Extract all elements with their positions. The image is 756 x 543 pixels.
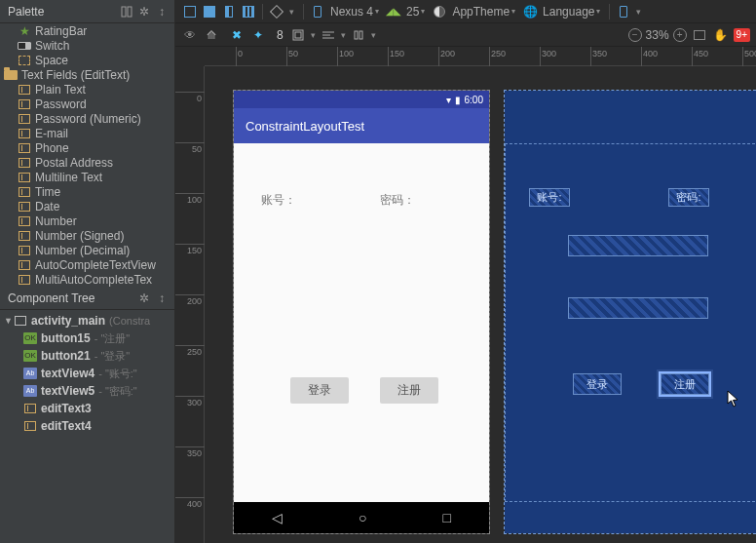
app-title: ConstraintLayoutTest <box>246 119 364 134</box>
edittext-icon <box>18 186 31 198</box>
margin-icon[interactable] <box>289 26 307 44</box>
ruler-horizontal: 050100150200250300350400450500 <box>205 47 756 66</box>
palette-item-autocomplete[interactable]: AutoCompleteTextView <box>0 257 174 272</box>
svg-rect-1 <box>128 7 132 17</box>
edittext-icon <box>23 403 37 414</box>
design-surface-icon[interactable] <box>181 3 199 20</box>
tree-node-button15[interactable]: OKbutton15- "注册" <box>0 330 174 347</box>
bp-login-button[interactable]: 登录 <box>573 373 622 395</box>
palette-body: ★RatingBarSwitchSpaceText Fields (EditTe… <box>0 23 174 287</box>
folder-icon <box>4 69 18 81</box>
tree-node-button21[interactable]: OKbutton21- "登录" <box>0 347 174 365</box>
tree-node-editText3[interactable]: editText3 <box>0 400 174 417</box>
palette-item-label: Number (Signed) <box>35 229 124 243</box>
switch-icon <box>18 40 31 52</box>
ruler-vertical: 050100150200250300350400 <box>175 66 205 543</box>
edittext-icon <box>18 98 31 110</box>
palette-view-icon[interactable] <box>120 5 133 19</box>
language-selector[interactable]: Language▾ <box>541 5 604 19</box>
palette-item-switch[interactable]: Switch <box>0 38 174 53</box>
device-selector[interactable]: Nexus 4▾ <box>328 5 383 19</box>
palette-item-label: Phone <box>35 141 69 155</box>
palette-item-multiautocomplete[interactable]: MultiAutoCompleteTex <box>0 272 174 287</box>
ab-icon: Ab <box>23 368 37 379</box>
palette-item-password[interactable]: Password <box>0 97 174 111</box>
gear-icon[interactable]: ✲ <box>137 5 151 19</box>
eye-icon[interactable]: 👁 <box>181 26 199 44</box>
device-appbar: ConstraintLayoutTest <box>234 108 489 143</box>
blueprint-view[interactable]: 账号: 密码: 登录 注册 <box>505 91 756 533</box>
pack-icon[interactable] <box>350 26 367 44</box>
tree-label: activity_main <box>31 314 105 328</box>
orientation-icon[interactable] <box>268 3 285 20</box>
palette-item-label: Number (Decimal) <box>35 244 130 257</box>
default-margin[interactable]: 8 <box>275 28 285 42</box>
palette-item-label: MultiAutoCompleteTex <box>35 273 152 287</box>
theme-selector[interactable]: AppTheme▾ <box>450 5 519 19</box>
login-button[interactable]: 登录 <box>290 377 349 404</box>
tree-node-editText4[interactable]: editText4 <box>0 417 174 435</box>
palette-item-multiline[interactable]: Multiline Text <box>0 170 174 184</box>
label-password[interactable]: 密码： <box>380 192 415 209</box>
bp-label-account[interactable]: 账号: <box>529 188 570 207</box>
zoom-in-icon[interactable]: + <box>673 28 687 42</box>
blueprint-surface-icon[interactable] <box>201 3 218 20</box>
warnings-badge[interactable]: 9+ <box>734 28 750 42</box>
palette-item-phone[interactable]: Phone <box>0 140 174 155</box>
twisty-icon[interactable]: ▼ <box>4 316 14 326</box>
palette-item-number[interactable]: Number <box>0 213 174 228</box>
register-button[interactable]: 注册 <box>380 377 438 404</box>
tree-node-textView5[interactable]: AbtextView5- "密码:" <box>0 382 174 400</box>
label-account[interactable]: 账号： <box>261 192 296 209</box>
infer-constraints-icon[interactable]: ✦ <box>249 26 267 44</box>
component-tree-body: ▼activity_main(ConstraOKbutton15- "注册"OK… <box>0 310 174 543</box>
palette-item-time[interactable]: Time <box>0 184 174 199</box>
tree-label: textView5 <box>41 384 94 398</box>
tree-node-textView4[interactable]: AbtextView4- "账号:" <box>0 365 174 382</box>
pan-icon[interactable]: ✋ <box>712 26 730 44</box>
palette-item-label: Switch <box>35 39 69 53</box>
palette-item-postal[interactable]: Postal Address <box>0 155 174 170</box>
palette-item-date[interactable]: Date <box>0 199 174 213</box>
edittext-icon <box>18 84 31 96</box>
design-canvas[interactable]: 050100150200250300350400450500 050100150… <box>175 47 756 543</box>
align-icon[interactable] <box>320 26 337 44</box>
palette-item-plaintext[interactable]: Plain Text <box>0 82 174 97</box>
clear-constraints-icon[interactable]: ✖ <box>228 26 246 44</box>
palette-item-label: Text Fields (EditText) <box>21 68 130 82</box>
both-surface-icon[interactable] <box>220 3 238 20</box>
device-frame-icon[interactable] <box>615 3 632 20</box>
palette-item-ratingbar[interactable]: ★RatingBar <box>0 23 174 38</box>
nav-recent-icon: □ <box>443 510 451 525</box>
palette-item-email[interactable]: E-mail <box>0 126 174 140</box>
gear-icon[interactable]: ✲ <box>137 291 151 305</box>
palette-item-group-textfields[interactable]: Text Fields (EditText) <box>0 67 174 82</box>
collapse-icon[interactable]: ↕ <box>155 291 169 305</box>
palette-item-number-signed[interactable]: Number (Signed) <box>0 228 174 243</box>
device-icon[interactable] <box>309 3 326 20</box>
bp-register-button[interactable]: 注册 <box>661 373 709 395</box>
bp-label-password[interactable]: 密码: <box>668 188 709 207</box>
zoom-fit-icon[interactable] <box>691 26 708 44</box>
tree-label: editText4 <box>41 419 92 433</box>
edittext-icon <box>18 142 31 154</box>
zoom-level[interactable]: 33% <box>646 28 669 42</box>
edittext-icon <box>18 157 31 169</box>
palette-item-label: Space <box>35 54 68 67</box>
device-body[interactable]: 账号： 密码： 登录 注册 <box>234 143 489 502</box>
tree-root[interactable]: ▼activity_main(Constra <box>0 312 174 330</box>
globe-icon: 🌐 <box>521 3 539 20</box>
palette-item-space[interactable]: Space <box>0 53 174 67</box>
bp-edittext3[interactable] <box>568 235 708 256</box>
collapse-icon[interactable]: ↕ <box>155 5 169 19</box>
layout-variants-icon[interactable] <box>240 3 257 20</box>
device-preview[interactable]: ▾ ▮ 6:00 ConstraintLayoutTest 账号： 密码： 登录… <box>234 91 489 533</box>
zoom-out-icon[interactable]: − <box>628 28 642 42</box>
edittext-icon <box>18 201 31 213</box>
api-selector[interactable]: 25▾ <box>404 5 429 19</box>
palette-item-password-numeric[interactable]: Password (Numeric) <box>0 111 174 126</box>
edittext-icon <box>18 230 31 242</box>
palette-item-number-decimal[interactable]: Number (Decimal) <box>0 243 174 257</box>
bp-edittext4[interactable] <box>568 297 708 319</box>
magnet-icon[interactable]: ⟰ <box>203 26 220 44</box>
